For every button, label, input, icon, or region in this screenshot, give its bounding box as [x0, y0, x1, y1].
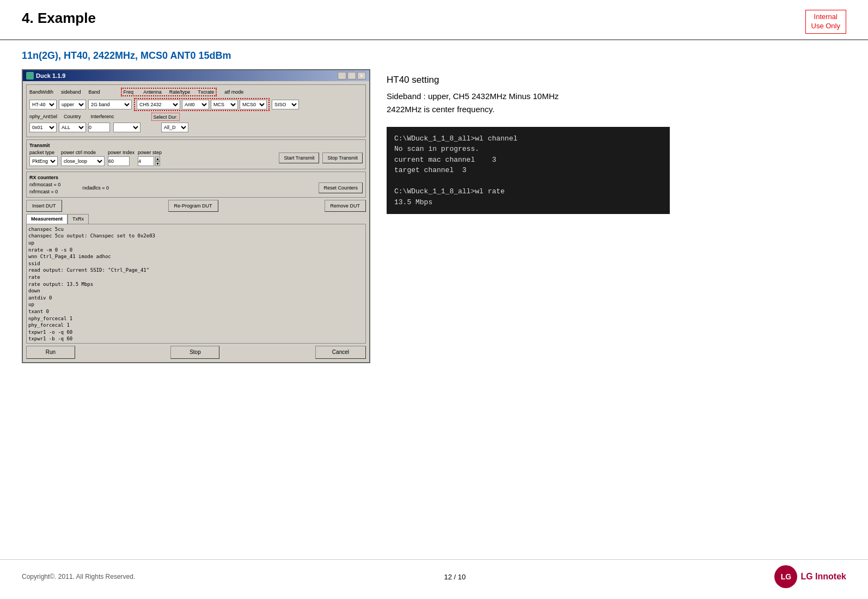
- transmit-label: Transmit: [29, 143, 363, 148]
- label-freq: Freq: [124, 89, 134, 95]
- log-line-14: nphy_forcecal 1: [28, 315, 364, 322]
- power-step-up[interactable]: ▲: [155, 156, 160, 161]
- reprogram-dut-button[interactable]: Re-Program DUT: [168, 200, 218, 212]
- log-line-1: chanspec 5cu: [28, 226, 364, 233]
- run-button[interactable]: Run: [26, 346, 75, 359]
- sideband-select[interactable]: upper: [59, 100, 86, 109]
- log-line-15: phy_forcecal 1: [28, 322, 364, 329]
- power-ctrl-select[interactable]: close_loop: [61, 156, 105, 166]
- term-line-5: [394, 176, 662, 187]
- selectdur-select[interactable]: All_D: [161, 123, 188, 132]
- antenna-select[interactable]: Ant0: [182, 100, 209, 109]
- label-country: Country: [64, 114, 81, 119]
- log-line-2: chanspec 5cu output: Chanspec set to 0x2…: [28, 233, 364, 240]
- label-atfmode: atf mode: [224, 89, 243, 95]
- titlebar-controls: _ □ ×: [338, 72, 366, 80]
- label-txcrate: Txcrate: [198, 89, 214, 95]
- page-header: 4. Example Internal Use Only: [0, 0, 868, 40]
- label-bandwidth: BandWidth: [29, 89, 53, 95]
- label-ratetype: Rate/type: [169, 89, 191, 95]
- rx-label: RX counters: [29, 175, 363, 180]
- duck-window: Duck 1.1.9 _ □ × BandWidth sideband Band: [22, 69, 370, 363]
- rx-frmocast: rxfrmocast = 0: [29, 182, 60, 187]
- txcrate-select[interactable]: MCS0: [240, 100, 267, 109]
- duck-titlebar: Duck 1.1.9 _ □ ×: [23, 70, 369, 81]
- log-line-5: wnn Ctrl_Page_41 imode adhoc: [28, 253, 364, 260]
- label-selectdur: Select Dur:: [154, 114, 178, 120]
- duck-icon: [26, 72, 34, 80]
- stop-transmit-button[interactable]: Stop Transmit: [322, 152, 363, 163]
- footer-copyright: Copyright©. 2011. All Rights Reserved.: [22, 573, 135, 580]
- right-panel: HT40 setting Sideband : upper, CH5 2432M…: [387, 69, 846, 363]
- transmit-section: Transmit packet type PktEng power ctrl m…: [26, 139, 366, 169]
- page-title: 4. Example: [22, 10, 96, 27]
- band-select[interactable]: 2G band: [88, 100, 132, 109]
- label-interferenc: Interferenc: [91, 114, 114, 119]
- ht40-desc-line2: 2422MHz is center frequency.: [387, 103, 846, 116]
- rx-frmcast: rxfrmcast = 0: [29, 189, 60, 194]
- log-line-13: txant 0: [28, 308, 364, 315]
- label-sideband: sideband: [61, 89, 81, 95]
- cancel-button[interactable]: Cancel: [315, 346, 366, 359]
- lg-innotek-label: LG Innotek: [800, 572, 846, 582]
- label-band: Band: [89, 89, 100, 95]
- power-step-input[interactable]: [138, 156, 154, 166]
- term-line-1: C:\WDuck_1_1_8_all>wl channel: [394, 133, 662, 144]
- ratetype-select[interactable]: MCS: [211, 100, 238, 109]
- label-antenna: Antenna: [143, 89, 162, 95]
- term-line-4: target channel 3: [394, 165, 662, 176]
- packet-type-col: packet type PktEng: [29, 150, 58, 166]
- log-line-10: down: [28, 288, 364, 295]
- power-ctrl-label: power ctrl mode: [61, 150, 105, 155]
- duck-title-area: Duck 1.1.9: [26, 72, 65, 80]
- log-line-3: up: [28, 240, 364, 247]
- stop-button[interactable]: Stop: [170, 346, 219, 359]
- remove-dut-button[interactable]: Remove DUT: [325, 200, 366, 212]
- log-line-11: antdiv 0: [28, 295, 364, 302]
- close-button[interactable]: ×: [357, 72, 366, 80]
- tab-measurement[interactable]: Measurement: [26, 214, 68, 224]
- log-line-17: txpwr1 -b -q 60: [28, 335, 364, 343]
- duck-body: BandWidth sideband Band Freq Antenna Rat…: [23, 81, 369, 362]
- lg-logo-icon: LG: [774, 565, 797, 588]
- badge-line2: Use Only: [811, 22, 840, 31]
- duck-title-text: Duck 1.1.9: [36, 72, 65, 79]
- power-step-down[interactable]: ▼: [155, 161, 160, 166]
- badge-line1: Internal: [811, 13, 840, 22]
- restore-button[interactable]: □: [347, 72, 356, 80]
- controls-row2-labels: nphy_AntSel Country Interferenc Select D…: [29, 113, 363, 121]
- interferenc-select[interactable]: [113, 123, 140, 132]
- power-step-col: power step ▲ ▼: [138, 150, 162, 166]
- controls-row1-labels: BandWidth sideband Band Freq Antenna Rat…: [29, 88, 363, 96]
- freq-antenna-selects-outline: CH5 2432 Ant0 MCS MCS0: [134, 98, 270, 111]
- term-line-2: No scan in progress.: [394, 144, 662, 155]
- reset-counters-button[interactable]: Reset Counters: [319, 182, 363, 193]
- insert-dut-button[interactable]: Insert DUT: [26, 200, 62, 212]
- interferenc-input[interactable]: [88, 123, 110, 132]
- log-line-16: txpwr1 -o -q 60: [28, 329, 364, 336]
- log-line-18: disassoc: [28, 343, 364, 344]
- log-line-12: up: [28, 301, 364, 308]
- page-footer: Copyright©. 2011. All Rights Reserved. 1…: [0, 559, 868, 588]
- selectdur-outline: Select Dur:: [151, 113, 180, 121]
- packet-type-select[interactable]: PktEng: [29, 156, 58, 166]
- packet-type-label: packet type: [29, 150, 58, 155]
- dut-row: Insert DUT Re-Program DUT Remove DUT: [26, 200, 366, 212]
- term-line-7: 13.5 Mbps: [394, 197, 662, 208]
- bandwidth-select[interactable]: HT-40: [29, 100, 57, 109]
- nphy-antsel-select[interactable]: 0x01: [29, 123, 57, 132]
- minimize-button[interactable]: _: [338, 72, 346, 80]
- atfmode-select[interactable]: SISO: [272, 100, 299, 109]
- log-line-9: rate output: 13.5 Mbps: [28, 281, 364, 288]
- internal-badge: Internal Use Only: [805, 10, 846, 34]
- freq-select[interactable]: CH5 2432: [137, 100, 180, 109]
- section-title: 11n(2G), HT40, 2422MHz, MCS0 ANT0 15dBm: [0, 40, 868, 69]
- rx-row: rxfrmocast = 0 rxfrmcast = 0 rxdadlcs = …: [29, 182, 363, 194]
- start-transmit-button[interactable]: Start Transmit: [279, 152, 319, 163]
- power-step-label: power step: [138, 150, 162, 155]
- log-line-4: nrate -m 0 -s 0: [28, 247, 364, 254]
- country-select[interactable]: ALL: [59, 123, 86, 132]
- tab-txrx[interactable]: TxRx: [68, 214, 89, 224]
- power-index-input[interactable]: [108, 156, 130, 166]
- bottom-row: Run Stop Cancel: [26, 346, 366, 359]
